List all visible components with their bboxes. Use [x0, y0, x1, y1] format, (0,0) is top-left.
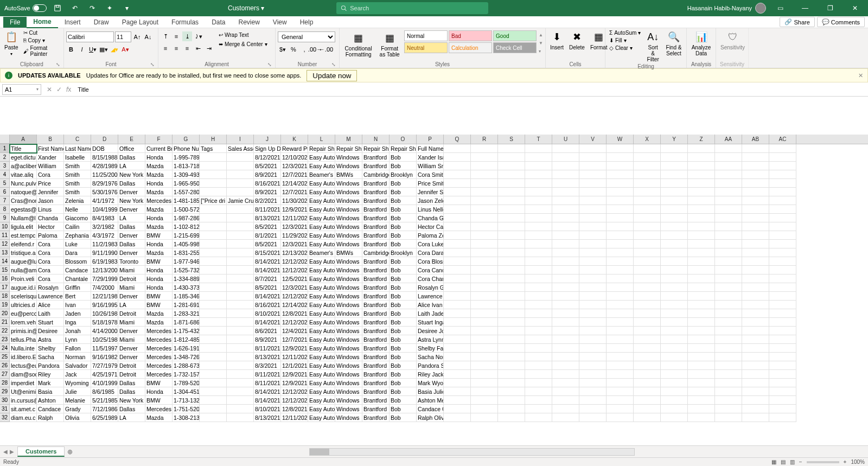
styles-more-icon[interactable]: ▾ — [539, 49, 543, 54]
cell-C14[interactable]: Blossom — [64, 257, 91, 266]
cell-AC22[interactable] — [769, 327, 796, 335]
cell-H3[interactable] — [200, 162, 227, 170]
cell-M12[interactable]: Windows — [335, 240, 362, 248]
cell-X3[interactable] — [634, 162, 661, 170]
cell-Y8[interactable] — [661, 205, 688, 214]
cell-P25[interactable]: Sacha Norman — [417, 353, 444, 361]
copy-button[interactable]: ⎘ Copy ▾ — [22, 37, 61, 44]
cell-S32[interactable] — [498, 413, 525, 422]
cell-P16[interactable]: Cora Chantale — [417, 275, 444, 283]
cell-W1[interactable] — [607, 144, 634, 153]
cell-R31[interactable] — [471, 405, 498, 413]
row-header-30[interactable]: 30 — [0, 396, 10, 405]
cell-Q17[interactable] — [444, 283, 471, 292]
cell-U4[interactable] — [552, 170, 579, 179]
cell-R23[interactable] — [471, 335, 498, 344]
cell-Q22[interactable] — [444, 327, 471, 335]
cell-Z5[interactable] — [688, 179, 715, 188]
cell-F17[interactable]: Honda — [145, 283, 173, 292]
cell-V8[interactable] — [579, 205, 607, 214]
cell-N18[interactable]: Brantford — [362, 292, 390, 301]
cell-M31[interactable]: Windows — [335, 405, 362, 413]
cell-S20[interactable] — [498, 309, 525, 318]
cell-E10[interactable]: Dallas — [118, 222, 145, 231]
cell-V20[interactable] — [579, 309, 607, 318]
cell-R2[interactable] — [471, 153, 498, 162]
cell-O8[interactable]: Bob — [390, 205, 417, 214]
cell-AC2[interactable] — [769, 153, 796, 162]
cell-K11[interactable]: 11/29/202 — [281, 231, 308, 240]
cell-X21[interactable] — [634, 318, 661, 327]
cell-U11[interactable] — [552, 231, 579, 240]
cell-M29[interactable]: Windows — [335, 387, 362, 396]
cell-H13[interactable] — [200, 248, 227, 257]
touch-mode-icon[interactable]: ✦ — [103, 2, 116, 15]
cell-H6[interactable] — [200, 188, 227, 196]
cell-N2[interactable]: Brantford — [362, 153, 390, 162]
cell-Z32[interactable] — [688, 413, 715, 422]
cell-K26[interactable]: 12/1/2021 — [281, 361, 308, 370]
cell-P9[interactable]: Chanda Giacomo — [417, 214, 444, 222]
cell-M19[interactable]: Windows — [335, 301, 362, 309]
cell-A25[interactable]: id.libero.E — [10, 353, 37, 361]
cell-S14[interactable] — [498, 257, 525, 266]
cell-O26[interactable]: Bob — [390, 361, 417, 370]
cell-G24[interactable]: 1-626-191-5276 — [173, 344, 200, 353]
cell-I16[interactable] — [227, 275, 254, 283]
cell-N1[interactable]: Repair Sh — [362, 144, 390, 153]
cell-G31[interactable]: 1-751-520-9118 — [173, 405, 200, 413]
cell-AA7[interactable] — [715, 196, 742, 205]
row-header-9[interactable]: 9 — [0, 214, 10, 222]
cell-P18[interactable]: Lawrence Bert — [417, 292, 444, 301]
cell-W13[interactable] — [607, 248, 634, 257]
cell-T3[interactable] — [525, 162, 552, 170]
cell-P32[interactable]: Ralph Olivia — [417, 413, 444, 422]
cell-V6[interactable] — [579, 188, 607, 196]
cell-F30[interactable]: BMW — [145, 396, 173, 405]
cell-H31[interactable] — [200, 405, 227, 413]
cell-L24[interactable]: Easy Auto — [308, 344, 335, 353]
cell-C29[interactable]: Julie — [64, 387, 91, 396]
cell-L27[interactable]: Easy Auto — [308, 370, 335, 379]
cell-W14[interactable] — [607, 257, 634, 266]
cell-M30[interactable]: Windows — [335, 396, 362, 405]
analyze-data-button[interactable]: 📊Analyze Data — [689, 29, 713, 58]
cell-G4[interactable]: 1-309-493-9697 — [173, 170, 200, 179]
cell-AA16[interactable] — [715, 275, 742, 283]
cell-I29[interactable] — [227, 387, 254, 396]
cell-X11[interactable] — [634, 231, 661, 240]
align-top-icon[interactable]: ⤒ — [161, 31, 170, 41]
cell-S11[interactable] — [498, 231, 525, 240]
style-check-cell[interactable]: Check Cell — [493, 42, 537, 53]
col-header-S[interactable]: S — [498, 135, 525, 144]
cell-V24[interactable] — [579, 344, 607, 353]
cell-W15[interactable] — [607, 266, 634, 275]
cell-W18[interactable] — [607, 292, 634, 301]
cell-X5[interactable] — [634, 179, 661, 188]
cell-H18[interactable] — [200, 292, 227, 301]
cell-G26[interactable]: 1-288-673-8143 — [173, 361, 200, 370]
cell-E16[interactable]: Detroit — [118, 275, 145, 283]
cell-B1[interactable]: First Name — [37, 144, 64, 153]
cell-AA32[interactable] — [715, 413, 742, 422]
cell-AC7[interactable] — [769, 196, 796, 205]
cell-G18[interactable]: 1-185-346-8069 — [173, 292, 200, 301]
cell-AA23[interactable] — [715, 335, 742, 344]
font-size-select[interactable] — [115, 31, 131, 42]
cell-K18[interactable]: 12/12/202 — [281, 292, 308, 301]
cell-L4[interactable]: Beamer's — [308, 170, 335, 179]
cell-O24[interactable]: Bob — [390, 344, 417, 353]
cell-M8[interactable]: Windows — [335, 205, 362, 214]
cell-D31[interactable]: 7/12/1986 — [91, 405, 118, 413]
cell-O18[interactable]: Bob — [390, 292, 417, 301]
cell-F7[interactable]: Mercedes — [145, 196, 173, 205]
cell-D26[interactable]: 7/27/1979 — [91, 361, 118, 370]
cell-R24[interactable] — [471, 344, 498, 353]
cell-Z3[interactable] — [688, 162, 715, 170]
cell-C15[interactable]: Candace — [64, 266, 91, 275]
cell-B14[interactable]: Cora — [37, 257, 64, 266]
cell-Z19[interactable] — [688, 301, 715, 309]
cell-H30[interactable] — [200, 396, 227, 405]
cell-G6[interactable]: 1-557-280-1625 — [173, 188, 200, 196]
cell-F4[interactable]: Mazda — [145, 170, 173, 179]
